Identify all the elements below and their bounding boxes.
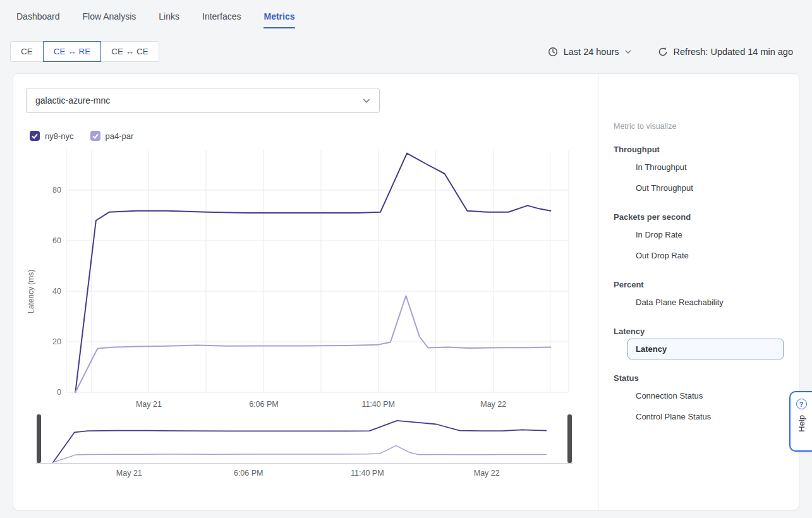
brush-chart[interactable] bbox=[36, 413, 573, 466]
svg-text:80: 80 bbox=[52, 186, 61, 195]
time-range-dropdown[interactable]: Last 24 hours bbox=[548, 47, 631, 57]
chevron-down-icon bbox=[625, 50, 631, 54]
metrics-card: galactic-azure-mnc ny8-nycpa4-par Latenc… bbox=[13, 73, 799, 510]
metric-group-header: Throughput bbox=[614, 145, 784, 154]
metric-item-data-plane-reachability[interactable]: Data Plane Reachability bbox=[614, 292, 784, 313]
metric-item-control-plane-status[interactable]: Control Plane Status bbox=[614, 406, 784, 427]
help-question-icon: ? bbox=[796, 399, 807, 409]
svg-text:60: 60 bbox=[52, 236, 61, 245]
metric-group-latency: LatencyLatency bbox=[614, 327, 784, 359]
chevron-down-icon bbox=[363, 99, 370, 103]
metric-group-header: Packets per second bbox=[614, 212, 784, 222]
metric-item-latency[interactable]: Latency bbox=[627, 339, 784, 359]
svg-text:May 22: May 22 bbox=[480, 400, 506, 409]
checkbox-checked-icon bbox=[90, 131, 100, 141]
filter-ce[interactable]: CE bbox=[10, 41, 44, 62]
refresh-label: Refresh: Updated 14 min ago bbox=[674, 47, 793, 57]
metric-panel-groups: ThroughputIn ThroughputOut ThroughputPac… bbox=[614, 145, 784, 427]
svg-text:20: 20 bbox=[52, 337, 61, 346]
svg-text:May 22: May 22 bbox=[474, 469, 500, 478]
connector-select[interactable]: galactic-azure-mnc bbox=[26, 88, 380, 113]
help-tab[interactable]: ? Help bbox=[789, 391, 812, 452]
top-bar: DashboardFlow AnalysisLinksInterfacesMet… bbox=[0, 0, 812, 28]
connection-type-filter: CECE ↔ RECE ↔ CE bbox=[10, 41, 159, 62]
nav-tab-links[interactable]: Links bbox=[159, 11, 179, 28]
svg-text:0: 0 bbox=[57, 388, 61, 397]
latency-chart: 020406080May 216:06 PM11:40 PMMay 22 bbox=[36, 145, 573, 413]
brush-handle-right[interactable] bbox=[567, 414, 572, 463]
svg-text:11:40 PM: 11:40 PM bbox=[361, 400, 395, 409]
help-label: Help bbox=[797, 415, 806, 432]
brush-axis: May 216:06 PM11:40 PMMay 22 bbox=[36, 466, 573, 480]
metric-panel: Metric to visualize ThroughputIn Through… bbox=[598, 74, 799, 510]
metric-item-out-drop-rate[interactable]: Out Drop Rate bbox=[614, 245, 784, 266]
nav-tab-dashboard[interactable]: Dashboard bbox=[16, 11, 60, 28]
svg-text:May 21: May 21 bbox=[136, 400, 162, 409]
controls-row: CECE ↔ RECE ↔ CE Last 24 hours Refresh: … bbox=[0, 28, 812, 62]
metric-item-connection-status[interactable]: Connection Status bbox=[614, 385, 784, 406]
nav-tab-flow-analysis[interactable]: Flow Analysis bbox=[83, 11, 136, 28]
metric-group-header: Percent bbox=[614, 280, 784, 289]
latency-chart-wrap: Latency (ms) 020406080May 216:06 PM11:40… bbox=[26, 145, 586, 413]
svg-text:11:40 PM: 11:40 PM bbox=[351, 469, 384, 478]
svg-text:May 21: May 21 bbox=[116, 469, 142, 478]
y-axis-label: Latency (ms) bbox=[26, 145, 36, 413]
svg-text:40: 40 bbox=[52, 287, 61, 296]
legend-checkbox-ny8-nyc[interactable]: ny8-nyc bbox=[30, 131, 74, 141]
legend: ny8-nycpa4-par bbox=[26, 131, 586, 141]
metric-group-header: Status bbox=[614, 373, 784, 383]
metric-group-throughput: ThroughputIn ThroughputOut Throughput bbox=[614, 145, 784, 198]
svg-text:6:06 PM: 6:06 PM bbox=[249, 400, 279, 409]
nav-tab-metrics[interactable]: Metrics bbox=[264, 11, 294, 28]
metric-group-header: Latency bbox=[614, 327, 784, 336]
top-nav: DashboardFlow AnalysisLinksInterfacesMet… bbox=[16, 11, 796, 28]
refresh-icon bbox=[658, 47, 668, 57]
metric-panel-title: Metric to visualize bbox=[614, 122, 784, 131]
metric-item-out-throughput[interactable]: Out Throughput bbox=[614, 178, 784, 198]
chart-section: galactic-azure-mnc ny8-nycpa4-par Latenc… bbox=[13, 74, 598, 510]
brush-handle-left[interactable] bbox=[37, 414, 41, 463]
metric-group-status: StatusConnection StatusControl Plane Sta… bbox=[614, 373, 784, 427]
svg-text:6:06 PM: 6:06 PM bbox=[234, 469, 264, 478]
nav-tab-interfaces[interactable]: Interfaces bbox=[202, 11, 241, 28]
controls-right: Last 24 hours Refresh: Updated 14 min ag… bbox=[548, 47, 793, 57]
refresh-button[interactable]: Refresh: Updated 14 min ago bbox=[658, 47, 793, 57]
metric-item-in-drop-rate[interactable]: In Drop Rate bbox=[614, 224, 784, 245]
metric-group-packets-per-second: Packets per secondIn Drop RateOut Drop R… bbox=[614, 212, 784, 266]
checkbox-checked-icon bbox=[30, 131, 40, 141]
filter-ce-re[interactable]: CE ↔ RE bbox=[43, 41, 102, 62]
time-range-label: Last 24 hours bbox=[564, 47, 619, 57]
legend-checkbox-pa4-par[interactable]: pa4-par bbox=[90, 131, 134, 141]
legend-label: pa4-par bbox=[106, 131, 134, 141]
clock-icon bbox=[548, 47, 558, 57]
connector-select-value: galactic-azure-mnc bbox=[35, 95, 110, 105]
metric-group-percent: PercentData Plane Reachability bbox=[614, 280, 784, 313]
metric-item-in-throughput[interactable]: In Throughput bbox=[614, 157, 784, 178]
legend-label: ny8-nyc bbox=[45, 131, 74, 141]
filter-ce-ce[interactable]: CE ↔ CE bbox=[100, 41, 159, 62]
